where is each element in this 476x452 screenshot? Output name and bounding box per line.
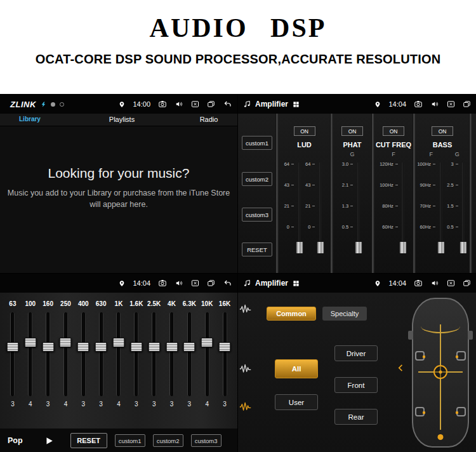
volume-icon[interactable] [430,279,439,287]
channel-slider[interactable]: F120Hz100Hz80Hz60Hz [380,151,407,255]
eq-slider-thumb[interactable] [6,342,18,352]
recent-apps-icon[interactable] [463,100,471,108]
eq-slider-track[interactable] [10,312,15,396]
recent-apps-icon[interactable] [207,279,215,287]
eq-slider-track[interactable] [99,312,103,396]
back-icon[interactable] [223,100,232,108]
eq-slider-track[interactable] [46,312,50,396]
app-grid-icon[interactable] [293,280,300,287]
dsp-custom1-button[interactable]: custom1 [242,136,272,150]
tab-playlists[interactable]: Playlists [95,116,149,123]
slider-track[interactable] [437,159,445,255]
eq-slider-thumb[interactable] [166,342,178,352]
waveform-icon[interactable] [239,364,251,374]
eq-slider-track[interactable] [187,312,192,396]
eq-slider-thumb[interactable] [60,338,72,347]
channel-slider[interactable]: 6443210 [284,151,303,255]
camera-icon[interactable] [158,100,167,108]
channel-on-button[interactable]: ON [341,126,363,136]
eq-slider-thumb[interactable] [183,342,195,352]
dsp-custom3-button[interactable]: custom3 [242,208,272,222]
camera-icon[interactable] [414,100,423,108]
waveform-icon[interactable] [239,304,251,314]
eq-slider-thumb[interactable] [130,342,142,352]
slider-track[interactable] [399,159,407,255]
volume-icon[interactable] [175,279,183,287]
channel-slider[interactable]: G3.02.11.30.5 [342,151,362,255]
close-app-icon[interactable] [447,279,455,287]
slider-thumb[interactable] [459,241,468,254]
speaker-front-left[interactable] [415,351,425,361]
eq-slider-thumb[interactable] [148,342,160,352]
eq-slider-thumb[interactable] [201,338,213,347]
slider-thumb[interactable] [437,241,445,254]
preset-label[interactable]: Pop [8,436,23,445]
slider-track[interactable] [354,159,362,255]
channel-on-button[interactable]: ON [294,126,315,136]
slider-track[interactable] [295,159,303,255]
waveform-icon-active[interactable] [239,402,251,412]
eq-slider-track[interactable] [63,312,68,396]
eq-slider-track[interactable] [169,312,174,396]
eq-slider-thumb[interactable] [112,338,124,347]
back-icon[interactable] [223,279,232,287]
tab-common[interactable]: Common [267,307,316,321]
eq-slider-track[interactable] [28,312,32,396]
zone-user-button[interactable]: User [275,394,318,410]
eq-slider-thumb[interactable] [24,338,36,347]
volume-icon[interactable] [430,100,439,108]
balance-crosshair[interactable] [433,365,447,379]
recent-apps-icon[interactable] [207,100,215,108]
slider-thumb[interactable] [399,241,407,254]
zone-driver-button[interactable]: Driver [334,345,378,361]
recent-apps-icon[interactable] [463,279,471,287]
zone-all-button[interactable]: All [275,359,318,378]
eq-slider-track[interactable] [134,312,138,396]
close-app-icon[interactable] [191,100,199,108]
slider-track[interactable] [316,159,324,255]
channel-on-button[interactable]: ON [432,126,453,136]
play-icon[interactable] [44,436,54,446]
reset-button[interactable]: RESET [70,433,107,448]
tab-radio[interactable]: Radio [190,116,227,123]
eq-slider-track[interactable] [223,312,227,396]
zone-front-button[interactable]: Front [334,377,378,393]
channel-slider[interactable]: 6443210 [305,151,324,255]
close-app-icon[interactable] [191,279,199,287]
eq-slider-thumb[interactable] [95,342,107,352]
speaker-rear-left[interactable] [415,407,425,416]
slider-thumb[interactable] [295,241,303,254]
zone-rear-button[interactable]: Rear [334,409,378,425]
scale-tick: 60Hz [417,224,435,230]
eq-slider-track[interactable] [152,312,156,396]
channel-sliders: F100Hz90Hz70Hz60HzG32.51.50.5 [417,151,467,255]
eq-custom3-button[interactable]: custom3 [191,434,221,447]
slider-thumb[interactable] [354,241,362,254]
speaker-front-right[interactable] [456,351,466,361]
close-app-icon[interactable] [447,100,455,108]
tab-specialty[interactable]: Specialty [322,307,367,321]
slider-thumb[interactable] [316,241,324,254]
dsp-custom2-button[interactable]: custom2 [242,172,272,186]
eq-slider-thumb[interactable] [219,342,231,352]
eq-slider-track[interactable] [116,312,121,396]
chevron-left-icon[interactable] [397,362,405,373]
eq-custom1-button[interactable]: custom1 [115,434,145,447]
channel-name: CUT FREQ [376,141,411,149]
channel-on-button[interactable]: ON [383,126,404,136]
app-grid-icon[interactable] [293,101,300,108]
channel-slider[interactable]: F100Hz90Hz70Hz60Hz [417,151,445,255]
camera-icon[interactable] [414,279,423,287]
speaker-rear-right[interactable] [456,407,466,416]
channel-slider[interactable]: G32.51.50.5 [447,151,467,255]
volume-icon[interactable] [175,100,183,108]
camera-icon[interactable] [158,279,167,287]
eq-slider-thumb[interactable] [42,342,54,352]
slider-track[interactable] [459,159,468,255]
eq-slider-track[interactable] [81,312,86,396]
dsp-reset-button[interactable]: RESET [242,243,272,256]
eq-slider-track[interactable] [205,312,209,396]
library-tab[interactable]: Library [19,116,41,123]
eq-slider-thumb[interactable] [77,342,89,352]
eq-custom2-button[interactable]: custom2 [153,434,183,447]
